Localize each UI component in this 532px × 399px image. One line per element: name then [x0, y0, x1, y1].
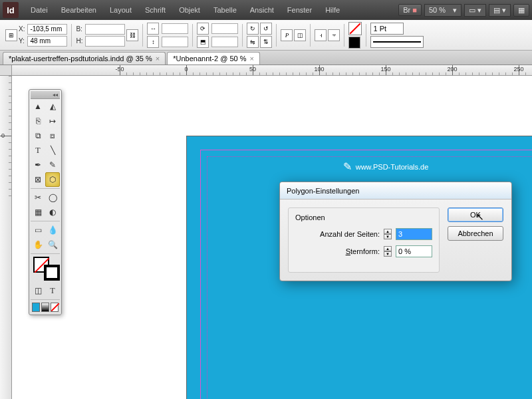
bridge-button[interactable]: Br■ [398, 4, 422, 16]
menu-object[interactable]: Objekt [172, 6, 207, 14]
tool-panel: ◂◂ ▲◭ ⎘↦ ⧉⧈ T╲ ✒✎ ⊠⬡ ✂◯ ▦◐ ▭💧 ✋🔍 ◫T [29, 89, 62, 315]
scale-x-icon: ↔ [147, 23, 159, 35]
polygon-tool[interactable]: ⬡ [45, 172, 60, 187]
menu-file[interactable]: Datei [24, 6, 55, 14]
shear-icon: ⬒ [197, 36, 209, 48]
content-collector-tool[interactable]: ⧉ [31, 128, 45, 143]
align-icon[interactable]: ⫞ [315, 29, 327, 41]
zoom-tool[interactable]: 🔍 [45, 237, 60, 252]
sides-input[interactable] [396, 228, 432, 240]
x-input[interactable] [27, 24, 67, 35]
star-down[interactable]: ▼ [384, 251, 392, 257]
hand-tool[interactable]: ✋ [31, 237, 45, 252]
sides-label: Anzahl der Seiten: [320, 230, 380, 238]
content-placer-tool[interactable]: ⧈ [45, 128, 60, 143]
distribute-icon[interactable]: ⫟ [328, 29, 340, 41]
control-bar: ⊞ X: Y: B: H: ⛓ ↔ ↕ ⟳ ⬒ ↻↺ ⇋⇅ P ◫ ⫞ ⫟ [0, 20, 532, 51]
gradient-swatch-tool[interactable]: ▦ [31, 205, 45, 219]
y-label: Y: [19, 37, 25, 45]
menu-layout[interactable]: Layout [103, 6, 138, 14]
rotate-input[interactable] [211, 23, 238, 34]
direct-selection-tool[interactable]: ◭ [45, 99, 60, 114]
select-content-icon[interactable]: ◫ [294, 29, 306, 41]
w-label: B: [76, 25, 82, 33]
note-tool[interactable]: ▭ [31, 223, 45, 237]
gap-tool[interactable]: ↦ [45, 114, 60, 128]
page-tool[interactable]: ⎘ [31, 114, 45, 128]
stroke-style-dropdown[interactable] [370, 36, 424, 48]
fill-swatch[interactable] [348, 22, 362, 35]
horizontal-ruler[interactable]: -50050100150200250 [12, 65, 532, 76]
dialog-title: Polygon-Einstellungen [280, 182, 511, 200]
sides-up[interactable]: ▲ [384, 229, 392, 234]
menu-help[interactable]: Hilfe [319, 6, 346, 14]
document-tab-bar: *plakat-usertreffen-psdtutorials.indd @ … [0, 51, 532, 65]
menu-bar: Id Datei Bearbeiten Layout Schrift Objek… [0, 0, 532, 20]
document-tab[interactable]: *Unbenannt-2 @ 50 %× [167, 52, 260, 65]
menu-type[interactable]: Schrift [138, 6, 172, 14]
rotate-cw-icon[interactable]: ↻ [247, 23, 259, 35]
fill-stroke-proxy[interactable] [32, 255, 61, 282]
app-icon: Id [3, 2, 19, 18]
constrain-icon[interactable]: ⛓ [126, 29, 138, 41]
gradient-feather-tool[interactable]: ◐ [45, 205, 60, 219]
menu-edit[interactable]: Bearbeiten [55, 6, 103, 14]
pen-tool[interactable]: ✒ [31, 158, 45, 172]
formatting-container-icon[interactable]: ◫ [31, 283, 45, 298]
stroke-swatch[interactable] [348, 37, 360, 49]
sides-down[interactable]: ▼ [384, 234, 392, 239]
w-input[interactable] [85, 24, 125, 35]
apply-gradient[interactable] [41, 303, 49, 312]
formatting-text-icon[interactable]: T [45, 283, 60, 298]
rotate-icon: ⟳ [197, 23, 209, 35]
vertical-ruler[interactable]: -500 [0, 76, 12, 399]
page-header-text: ✎ www.PSD-Tutorials.de [343, 160, 429, 173]
menu-table[interactable]: Tabelle [207, 6, 243, 14]
cancel-button[interactable]: Abbrechen [448, 226, 503, 241]
star-up[interactable]: ▲ [384, 246, 392, 251]
close-icon[interactable]: × [156, 55, 160, 63]
flip-v-icon[interactable]: ⇅ [260, 36, 272, 48]
apply-color-row [31, 301, 60, 313]
zoom-dropdown[interactable]: 50 %▾ [424, 4, 462, 17]
line-tool[interactable]: ╲ [45, 143, 60, 158]
scale-y-icon: ↕ [147, 36, 159, 48]
scale-y-input[interactable] [162, 37, 188, 47]
rotate-ccw-icon[interactable]: ↺ [260, 23, 272, 35]
star-input[interactable] [396, 245, 432, 257]
h-label: H: [76, 37, 82, 45]
screen-mode-dropdown[interactable]: ▭ ▾ [464, 4, 486, 17]
menu-view[interactable]: Ansicht [243, 6, 281, 14]
x-label: X: [19, 25, 25, 33]
document-tab[interactable]: *plakat-usertreffen-psdtutorials.indd @ … [3, 52, 166, 65]
brush-icon: ✎ [343, 160, 352, 173]
ref-point-icon[interactable]: ⊞ [5, 29, 17, 41]
polygon-settings-dialog: Polygon-Einstellungen Optionen Anzahl de… [279, 182, 512, 281]
shear-input[interactable] [211, 37, 238, 47]
y-input[interactable] [27, 36, 67, 47]
ruler-origin[interactable] [0, 65, 12, 76]
star-label: SSternform:ternform: [346, 247, 380, 255]
ok-button[interactable]: OK [448, 207, 503, 222]
h-input[interactable] [85, 36, 125, 47]
apply-none[interactable] [51, 303, 59, 312]
selection-tool[interactable]: ▲ [31, 99, 45, 114]
flip-h-icon[interactable]: ⇋ [247, 36, 259, 48]
stroke-weight-dropdown[interactable]: 1 Pt [370, 23, 404, 35]
workspace-button[interactable]: ▦ [513, 4, 529, 17]
eyedropper-tool[interactable]: 💧 [45, 223, 60, 237]
options-label: Optionen [295, 213, 432, 221]
scissors-tool[interactable]: ✂ [31, 190, 45, 205]
scale-x-input[interactable] [162, 23, 188, 34]
panel-collapse-icon[interactable]: ◂◂ [31, 91, 60, 99]
arrange-dropdown[interactable]: ▤ ▾ [489, 4, 511, 17]
pencil-tool[interactable]: ✎ [45, 158, 60, 172]
type-tool[interactable]: T [31, 143, 45, 158]
menu-window[interactable]: Fenster [281, 6, 319, 14]
rectangle-frame-tool[interactable]: ⊠ [31, 172, 45, 187]
free-transform-tool[interactable]: ◯ [45, 190, 60, 205]
apply-color[interactable] [32, 303, 40, 312]
select-container-icon[interactable]: P [281, 29, 293, 41]
close-icon[interactable]: × [250, 55, 254, 63]
